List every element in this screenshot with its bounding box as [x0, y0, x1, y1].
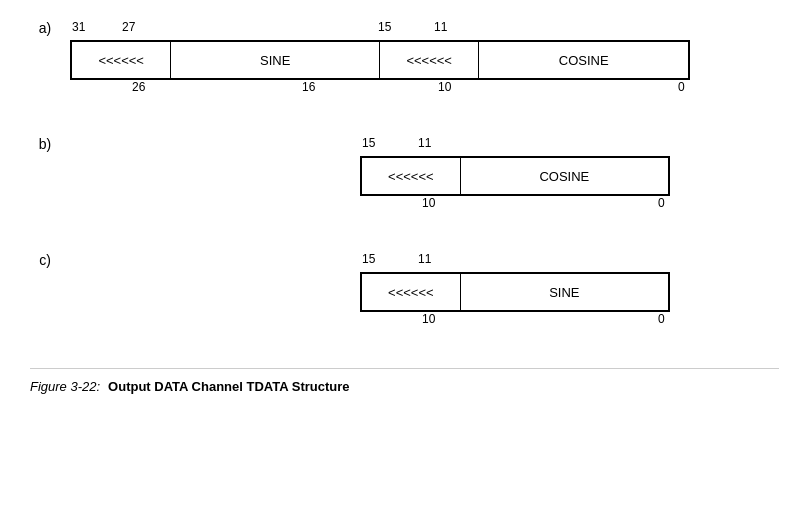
row-a-register: 31 27 15 11 <<<<<< SINE <<<<<< COSINE 26…: [70, 20, 690, 98]
field-a-sine: SINE: [171, 42, 380, 78]
bit-15: 15: [378, 20, 391, 34]
bit-16: 16: [302, 80, 315, 94]
field-a-cosine: COSINE: [479, 42, 688, 78]
field-c-sine: SINE: [461, 274, 668, 310]
row-a-bottom-labels: 26 16 10 0: [70, 80, 690, 98]
bit-15-b: 15: [362, 136, 375, 150]
row-a: a) 31 27 15 11 <<<<<< SINE <<<<<< COSINE…: [30, 20, 779, 98]
field-b-shift: <<<<<<: [362, 158, 461, 194]
bit-31: 31: [72, 20, 85, 34]
row-a-fields: <<<<<< SINE <<<<<< COSINE: [70, 40, 690, 80]
row-c-fields: <<<<<< SINE: [360, 272, 670, 312]
row-c-label: c): [30, 252, 60, 268]
caption-text: Output DATA Channel TDATA Structure: [108, 379, 349, 394]
row-b: b) 15 11 <<<<<< COSINE 10 0: [30, 136, 779, 214]
bit-0-c: 0: [658, 312, 665, 326]
bit-0-a: 0: [678, 80, 685, 94]
bit-11-c: 11: [418, 252, 431, 266]
bit-15-c: 15: [362, 252, 375, 266]
row-b-top-labels: 15 11: [360, 136, 670, 156]
row-c: c) 15 11 <<<<<< SINE 10 0: [30, 252, 779, 330]
row-b-label: b): [30, 136, 60, 152]
caption: Figure 3-22: Output DATA Channel TDATA S…: [30, 368, 779, 394]
bit-10-a: 10: [438, 80, 451, 94]
bit-10-b: 10: [422, 196, 435, 210]
bit-0-b: 0: [658, 196, 665, 210]
field-c-shift: <<<<<<: [362, 274, 461, 310]
field-b-cosine: COSINE: [461, 158, 668, 194]
bit-26: 26: [132, 80, 145, 94]
row-a-top-labels: 31 27 15 11: [70, 20, 690, 40]
diagram-container: a) 31 27 15 11 <<<<<< SINE <<<<<< COSINE…: [30, 20, 779, 394]
caption-figure: Figure 3-22:: [30, 379, 100, 394]
bit-11-b: 11: [418, 136, 431, 150]
row-b-fields: <<<<<< COSINE: [360, 156, 670, 196]
bit-10-c: 10: [422, 312, 435, 326]
row-b-bottom-labels: 10 0: [360, 196, 670, 214]
field-a-shift2: <<<<<<: [380, 42, 479, 78]
row-c-bottom-labels: 10 0: [360, 312, 670, 330]
row-c-register: 15 11 <<<<<< SINE 10 0: [360, 252, 670, 330]
bit-27: 27: [122, 20, 135, 34]
row-c-top-labels: 15 11: [360, 252, 670, 272]
bit-11-a: 11: [434, 20, 447, 34]
field-a-shift1: <<<<<<: [72, 42, 171, 78]
row-a-label: a): [30, 20, 60, 36]
row-b-register: 15 11 <<<<<< COSINE 10 0: [360, 136, 670, 214]
